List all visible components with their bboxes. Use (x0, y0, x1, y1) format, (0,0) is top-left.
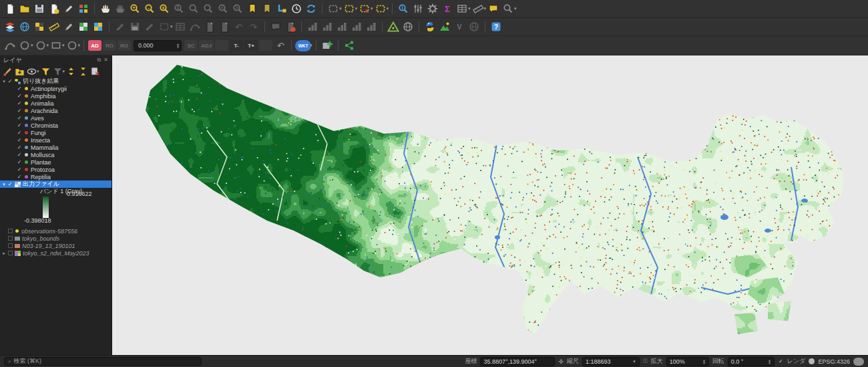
add-layer-quick-icon[interactable] (320, 39, 335, 52)
layer-visibility-checkbox[interactable]: ✓ (16, 100, 23, 106)
select-by-rectangle-icon[interactable] (326, 2, 341, 15)
paste-features-icon[interactable] (217, 20, 232, 33)
statistical-summary-icon[interactable] (411, 2, 425, 15)
layer-row[interactable]: N03-19_13_190101 (0, 242, 112, 249)
wkt-tool-icon[interactable]: WKT (295, 40, 311, 51)
construction-adj-icon[interactable]: ADJ (199, 40, 214, 51)
temporal-controller-icon[interactable] (289, 2, 304, 15)
layer-visibility-checkbox[interactable]: ✓ (16, 137, 23, 143)
measure-icon[interactable] (471, 2, 485, 15)
redo-edit-icon[interactable]: ↷ (246, 20, 261, 33)
layer-row[interactable]: ✓Aves (0, 114, 112, 122)
render-checkbox[interactable]: ✓ (778, 358, 784, 364)
vector-tools-icon[interactable]: V (452, 20, 467, 33)
scale-combo[interactable]: 1:188693▼ (582, 357, 640, 366)
annotation-tool-icon[interactable] (268, 20, 283, 33)
remove-layer-icon[interactable]: ✕ (89, 66, 101, 77)
construction-ro-2-icon[interactable]: RO (118, 40, 131, 51)
new-print-layout-icon[interactable] (61, 2, 76, 15)
digitize-circle-icon[interactable] (17, 39, 32, 52)
select-by-value-icon[interactable] (373, 2, 388, 15)
toggle-editing-icon[interactable] (113, 20, 128, 33)
layer-row[interactable]: ✓Protozoa (0, 166, 112, 173)
zoom-in-icon[interactable]: + (128, 2, 142, 15)
construction-ro-1-icon[interactable]: RO (103, 40, 116, 51)
panel-close-button[interactable]: ✕ (103, 57, 108, 64)
add-mesh-layer-icon[interactable] (47, 20, 61, 33)
layer-visibility-checkbox[interactable]: ✓ (16, 86, 23, 92)
undo-icon[interactable]: ↶ (273, 39, 288, 52)
layer-row[interactable]: ✓Animalia (0, 100, 112, 107)
open-layer-styling-icon[interactable] (2, 66, 13, 77)
show-spatial-bookmarks-icon[interactable] (260, 2, 274, 15)
layer-visibility-checkbox[interactable]: ✓ (16, 108, 23, 114)
layer-row[interactable]: ✓Chromista (0, 122, 112, 129)
extents-toggle-icon[interactable]: ✜ (558, 358, 564, 365)
digitize-curve-icon[interactable] (3, 39, 17, 52)
add-group-icon[interactable] (14, 66, 25, 77)
messages-button[interactable] (853, 358, 864, 366)
mesh-tool-4-icon[interactable] (349, 20, 364, 33)
layer-row[interactable]: ✓Fungi (0, 129, 112, 136)
python-console-icon[interactable] (423, 20, 437, 33)
layer-visibility-checkbox[interactable] (7, 243, 13, 248)
zoom-last-icon[interactable]: < (216, 2, 230, 15)
text-larger-icon[interactable]: T+ (244, 40, 258, 51)
layer-row[interactable]: ✓Mollusca (0, 151, 112, 158)
add-delimited-text-layer-icon[interactable] (61, 20, 76, 33)
text-smaller-icon[interactable]: T- (230, 40, 243, 51)
angle-spinbox[interactable]: 0.000▲▼ (134, 40, 182, 51)
digitize-rectangle-icon[interactable] (49, 39, 63, 52)
layer-row[interactable]: ✓Mammalia (0, 144, 112, 151)
layer-visibility-checkbox[interactable]: ✓ (7, 181, 13, 187)
style-manager-icon[interactable] (76, 2, 91, 15)
filter-legend-icon[interactable] (40, 66, 51, 77)
layer-visibility-checkbox[interactable]: ✓ (16, 122, 23, 128)
tree-expand-arrow[interactable]: ▸ (1, 251, 7, 256)
vertex-tool-icon[interactable] (157, 20, 172, 33)
tree-collapse-arrow[interactable]: ▾ (1, 79, 7, 84)
layer-visibility-checkbox[interactable] (7, 229, 13, 233)
construction-extra-2-icon[interactable] (259, 40, 272, 51)
save-project-icon[interactable] (32, 2, 47, 15)
undo-edit-icon[interactable]: ↶ (232, 20, 246, 33)
mesh-tool-2-icon[interactable] (320, 20, 335, 33)
crs-indicator[interactable]: EPSG:4326 (818, 358, 850, 365)
deselect-features-icon[interactable]: ✕ (357, 2, 372, 15)
zoom-to-selection-icon[interactable] (186, 2, 201, 15)
panel-float-button[interactable]: ⧉ (97, 57, 101, 64)
layer-visibility-checkbox[interactable]: ✓ (16, 144, 23, 150)
show-statistics-icon[interactable]: Σ (440, 2, 455, 15)
scale-lock-icon[interactable]: ⚿ (643, 358, 648, 365)
new-spatial-bookmark-icon[interactable] (245, 2, 260, 15)
mesh-tool-5-icon[interactable] (364, 20, 379, 33)
processing-options-icon[interactable] (425, 2, 440, 15)
help-icon[interactable]: ? (489, 20, 503, 33)
share-processing-icon[interactable] (342, 39, 357, 52)
copy-features-icon[interactable] (202, 20, 217, 33)
layer-group-row[interactable]: ▾✓切り抜き結果 (0, 78, 112, 85)
new-project-icon[interactable] (3, 2, 17, 15)
layer-visibility-checkbox[interactable]: ✓ (16, 159, 23, 165)
add-feature-icon[interactable] (142, 20, 157, 33)
identify-features-icon[interactable]: i (396, 2, 411, 15)
add-vector-layer-icon[interactable] (17, 20, 32, 33)
raster-calculator-icon[interactable] (437, 20, 452, 33)
add-raster-layer-icon[interactable] (32, 20, 47, 33)
metasearch-icon[interactable] (467, 20, 481, 33)
construction-sc-icon[interactable]: SC (184, 40, 198, 51)
collapse-all-icon[interactable] (77, 66, 89, 77)
layer-row[interactable]: ✓Actinopterygii (0, 85, 112, 92)
save-layer-edits-icon[interactable] (128, 20, 142, 33)
layer-visibility-checkbox[interactable]: ✓ (16, 130, 23, 136)
coordinate-input[interactable]: 35.8807°,139.9004° (480, 357, 555, 366)
zoom-out-icon[interactable]: - (142, 2, 157, 15)
layer-visibility-checkbox[interactable] (7, 236, 13, 241)
filter-by-expression-icon[interactable] (52, 66, 63, 77)
wkt-tool-dropdown-arrow[interactable]: ▾ (310, 43, 312, 48)
layer-visibility-checkbox[interactable]: ✓ (7, 78, 13, 84)
layer-row[interactable]: ✓Amphibia (0, 92, 112, 100)
layer-visibility-checkbox[interactable]: ✓ (16, 93, 23, 99)
map-tips-icon[interactable] (486, 2, 501, 15)
rotation-spinbox[interactable]: 0.0 ° ▲▼ (728, 357, 775, 366)
